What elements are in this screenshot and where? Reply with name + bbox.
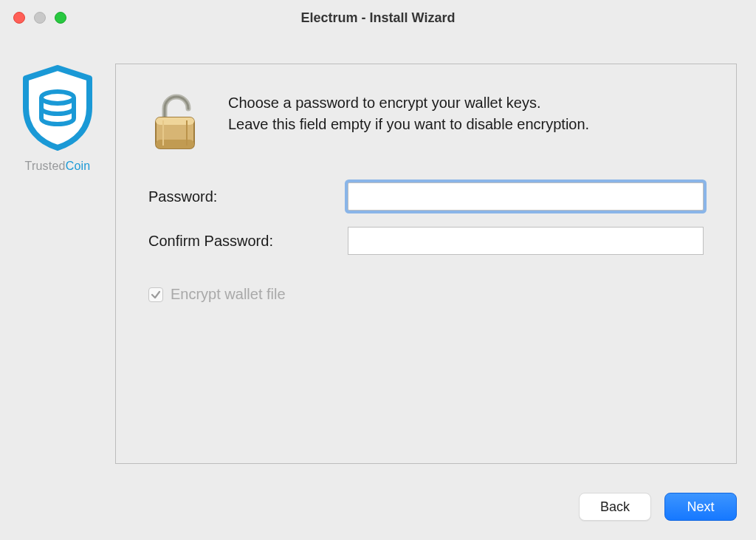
shield-icon [17, 64, 98, 152]
content-area: TrustedCoin Choose a p [0, 35, 756, 464]
confirm-password-row: Confirm Password: [148, 227, 704, 255]
lock-icon [148, 94, 202, 151]
checkmark-icon [151, 290, 161, 300]
lock-icon-wrap [148, 92, 206, 154]
close-window-button[interactable] [13, 12, 25, 24]
intro-line-2: Leave this field empty if you want to di… [228, 114, 589, 135]
encrypt-checkbox-row: Encrypt wallet file [148, 286, 704, 303]
sidebar-logo-block: TrustedCoin [13, 64, 102, 464]
sidebar-logo-caption: TrustedCoin [13, 160, 102, 173]
window-title: Electrum - Install Wizard [0, 10, 756, 26]
password-row: Password: [148, 182, 704, 211]
password-label: Password: [148, 188, 348, 205]
confirm-password-label: Confirm Password: [148, 233, 348, 250]
password-input[interactable] [348, 182, 704, 211]
intro-line-1: Choose a password to encrypt your wallet… [228, 92, 589, 114]
intro-row: Choose a password to encrypt your wallet… [148, 92, 704, 154]
maximize-window-button[interactable] [55, 12, 66, 24]
password-form: Password: Confirm Password: Encrypt wall… [148, 182, 704, 303]
svg-rect-2 [156, 117, 194, 125]
encrypt-wallet-label: Encrypt wallet file [171, 286, 286, 303]
encrypt-wallet-checkbox[interactable] [148, 287, 163, 302]
titlebar: Electrum - Install Wizard [0, 0, 756, 35]
window-controls [0, 12, 66, 24]
intro-text: Choose a password to encrypt your wallet… [228, 92, 589, 135]
confirm-password-input[interactable] [348, 227, 704, 255]
footer-buttons: Back Next [579, 493, 737, 521]
logo-caption-trusted: Trusted [25, 160, 66, 172]
minimize-window-button[interactable] [34, 12, 46, 24]
next-button[interactable]: Next [664, 493, 737, 521]
back-button[interactable]: Back [579, 493, 651, 521]
wizard-panel: Choose a password to encrypt your wallet… [115, 64, 737, 464]
svg-rect-3 [156, 140, 194, 148]
logo-caption-coin: Coin [66, 160, 91, 172]
